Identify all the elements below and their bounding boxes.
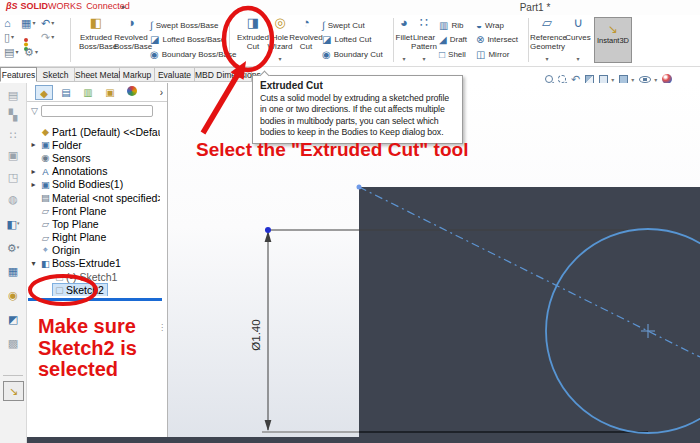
dimension-arrow-bottom [265,420,272,431]
zoom-area-icon[interactable] [558,75,566,83]
revolved-cut-button[interactable]: ◔ Revolved Cut [289,17,323,64]
curves-button[interactable]: ∪ Curves ▾ [561,17,595,64]
panel-splitter-handle[interactable]: ⋮ [158,326,166,330]
boundary-cut-button[interactable]: ◉Boundary Cut [322,47,383,62]
ribbon-separator [528,18,529,62]
wrap-button[interactable]: ◒Wrap [476,18,518,33]
swept-boss-base-icon: ∫ [150,20,153,31]
swept-boss-base-button[interactable]: ∫Swept Boss/Base [150,18,236,33]
swept-cut-button[interactable]: ∫Swept Cut [322,18,383,33]
mirror-button[interactable]: ◫Mirror [476,47,518,62]
chevron-down-icon[interactable]: ▾ [631,76,634,83]
home-button[interactable]: ⌂ [4,17,11,29]
tree-filter: ▽ [31,105,153,117]
boss-tool-icon[interactable]: ◧▾ [4,217,22,231]
tree-item-material[interactable]: ▤Material <not specified> [29,191,160,204]
undo-button[interactable]: ↶▾ [41,17,54,29]
tree-item-folder[interactable]: ▸▣Folder [29,138,160,151]
rebuild-button[interactable] [24,32,28,44]
instant3d-tool[interactable]: ↘ [3,381,24,401]
tree-item-right-plane[interactable]: ▱Right Plane [29,231,160,244]
title-bar: βSSOLIDWORKSConnected ▸ Part1 * [0,0,700,15]
tab-sketch[interactable]: Sketch [37,67,75,82]
tree-item-boss-extrude1[interactable]: ▾◧Boss-Extrude1 [29,257,160,270]
chevron-down-icon[interactable]: ▾ [611,76,614,83]
sphere-icon[interactable]: ◍ [4,193,22,206]
swept-cut-icon: ∫ [322,20,325,31]
propertymanager-tab-icon[interactable]: ▤ [57,85,75,100]
tree-item-part1[interactable]: ◆Part1 (Default) <<Default>_Display Sta [29,125,160,138]
boss-stack: ∫Swept Boss/Base ◪Lofted Boss/Base ◉Boun… [150,18,236,62]
callout-icon[interactable]: ◉ [4,289,22,302]
options-button[interactable]: ⚙▾ [24,46,38,58]
image-icon[interactable]: ▣ [4,149,22,162]
zoom-fit-icon[interactable] [545,75,553,83]
collapse-arrow-icon[interactable]: ▾ [29,259,38,268]
featuremanager-tab-icon[interactable]: ◆ [35,85,53,100]
dimension-handle-dot[interactable] [265,227,271,233]
pattern-icon[interactable]: ∷ [4,129,22,142]
panel-expand-chevron[interactable]: › [160,87,163,98]
tree-item-front-plane[interactable]: ▱Front Plane [29,204,160,217]
gears-icon[interactable]: ⚙▾ [4,241,22,255]
dimxpertmanager-tab-icon[interactable]: ▣ [101,85,119,100]
configurationmanager-tab-icon[interactable]: ▥ [79,85,97,100]
boundary-boss-base-button[interactable]: ◉Boundary Boss/Base [150,47,236,62]
attachment-icon[interactable]: ▚ [4,109,22,122]
new-document-button[interactable]: ▯▾ [4,31,14,43]
tab-evaluate[interactable]: Evaluate [155,67,195,82]
expand-arrow-icon[interactable]: ▸ [29,140,38,149]
grid-icon[interactable]: ▩ [4,337,22,350]
tooltip-notch [260,71,270,81]
chevron-down-icon[interactable]: ▾ [407,55,441,64]
save-button[interactable]: ▦▾ [21,17,35,29]
tab-sheet-metal[interactable]: Sheet Metal [75,67,120,82]
tree-item-sketch1[interactable]: ▢(-) Sketch1 [29,270,160,283]
sketch-vertex-dot[interactable] [357,185,362,190]
revolved-boss-base-button[interactable]: ◑ Revolved Boss/Base [114,17,148,64]
component-icon[interactable]: ◩ [4,313,22,326]
draft-button[interactable]: ◢Draft [439,33,467,48]
part-icon: ◆ [39,126,52,137]
tab-mbd-dimensions[interactable]: MBD Dimensions [195,67,252,82]
extruded-boss-base-button[interactable]: ◧ Extruded Boss/Base [79,17,113,64]
tree-item-sensors[interactable]: ◉Sensors [29,151,160,164]
tab-markup[interactable]: Markup [120,67,155,82]
color-wheel-icon [127,86,137,96]
lofted-cut-button[interactable]: ◪Lofted Cut [322,33,383,48]
tab-features[interactable]: Features [0,67,37,82]
logo-flyout-icon[interactable]: ▸ [122,3,126,11]
hide-show-items-icon[interactable] [639,76,651,83]
tooltip-title: Extruded Cut [260,80,455,91]
instant3d-button[interactable]: ↘ Instant3D [594,17,632,63]
solid-bodies-icon: ▣ [39,179,52,190]
tree-item-solid-bodies[interactable]: ▸▣Solid Bodies(1) [29,178,160,191]
expand-arrow-icon[interactable]: ▸ [29,167,38,176]
rollback-bar[interactable] [28,298,162,301]
boundary-cut-icon: ◉ [322,49,331,60]
body-icon[interactable]: ◳ [4,171,22,184]
lofted-boss-base-button[interactable]: ◪Lofted Boss/Base [150,33,236,48]
intersect-button[interactable]: ⊗Intersect [476,33,518,48]
chevron-down-icon[interactable]: ▾ [530,55,564,64]
diameter-dimension-label[interactable]: Ø1.40 [250,319,262,350]
print-button[interactable]: ▤▾ [4,46,18,58]
shell-button[interactable]: □Shell [439,47,467,62]
tree-item-top-plane[interactable]: ▱Top Plane [29,217,160,230]
displaymanager-tab-icon[interactable] [123,85,141,100]
chevron-down-icon[interactable]: ▾ [654,76,657,83]
tree-item-origin[interactable]: ⌖Origin [29,244,160,257]
table-icon[interactable]: ▦ [4,265,22,278]
expand-arrow-icon[interactable]: ▸ [29,180,38,189]
tree-filter-input[interactable] [41,105,153,117]
tree-item-annotations[interactable]: ▸AAnnotations [29,165,160,178]
redo-button[interactable]: ↷▾ [41,31,54,43]
reference-geometry-button[interactable]: ▱ Reference Geometry ▾ [530,17,564,64]
tree-item-sketch2[interactable]: ▢Sketch2 [29,283,160,296]
chevron-down-icon[interactable]: ▾ [561,55,595,64]
sketch-circle[interactable] [546,229,700,433]
ribbon-toolbar: ⌂ ▦▾ ↶▾ ▯▾ ↷▾ ▤▾ ⚙▾ ◧ Extruded Boss/Base… [0,15,700,67]
clipboard-icon[interactable]: ▤ [4,89,22,102]
linear-pattern-button[interactable]: ∷ Linear Pattern ▾ [407,17,441,64]
rib-button[interactable]: ▥Rib [439,18,467,33]
